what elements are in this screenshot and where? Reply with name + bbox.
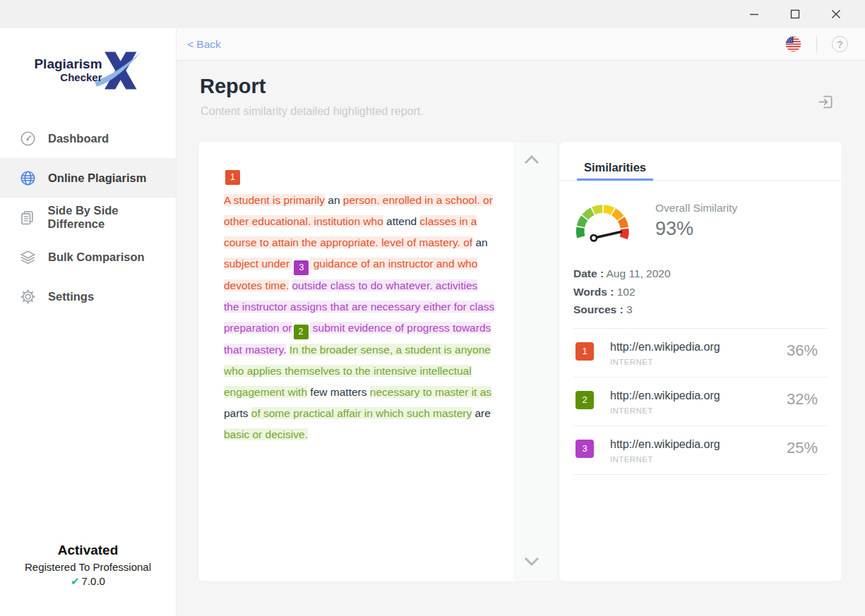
date-value: Aug 11, 2020 (607, 267, 671, 279)
report-meta: Date : Aug 11, 2020 Words : 102 Sources … (573, 265, 828, 319)
match-badge-2[interactable]: 2 (294, 325, 309, 339)
sidebar-item-label: Dashboard (48, 132, 109, 145)
scroll-down-button[interactable] (520, 553, 543, 572)
source-type: INTERNET (610, 406, 787, 415)
window-titlebar (0, 0, 865, 28)
source-percent: 25% (787, 439, 818, 457)
topbar: < Back ? (177, 28, 865, 61)
document-scrollbar[interactable] (513, 142, 557, 581)
maximize-icon (790, 9, 800, 19)
sidebar-item-label: Bulk Comparison (48, 250, 145, 264)
sidebar: Plagiarism Checker Dashboard Online Plag… (0, 28, 177, 616)
us-flag-icon (785, 36, 801, 52)
match-badge-3[interactable]: 3 (294, 260, 309, 275)
sources-value: 3 (626, 303, 633, 315)
close-icon (831, 9, 841, 19)
page-subtitle: Content similarity detailed highlighted … (201, 105, 424, 118)
source-percent: 32% (787, 390, 818, 409)
source-percent: 36% (787, 342, 818, 360)
doc-segment: are (472, 407, 491, 419)
topbar-divider (816, 37, 817, 52)
gear-icon (19, 288, 36, 305)
sidebar-item-label: Settings (48, 290, 94, 303)
source-url: http://en.wikipedia.org (610, 341, 787, 354)
check-icon: ✔ (71, 575, 80, 587)
chevron-up-icon (524, 155, 539, 164)
doc-segment: an (472, 236, 488, 248)
sidebar-item-online-plagiarism[interactable]: Online Plagiarism (0, 158, 176, 198)
documents-icon (19, 209, 36, 226)
date-label: Date : (573, 267, 604, 279)
source-badge: 1 (575, 342, 594, 361)
maximize-button[interactable] (775, 0, 816, 28)
source-row[interactable]: 1 http://en.wikipedia.org INTERNET 36% (573, 329, 828, 378)
sidebar-item-settings[interactable]: Settings (0, 277, 176, 316)
activation-status: Activated (0, 543, 176, 558)
sources-label: Sources : (573, 303, 624, 315)
page-title: Report (200, 75, 266, 98)
export-report-button[interactable] (816, 93, 835, 111)
export-icon (817, 93, 835, 111)
sidebar-item-label: Side By Side Difference (48, 204, 176, 231)
app-logo: Plagiarism Checker (0, 49, 176, 92)
logo-text-line2: Checker (34, 72, 102, 84)
logo-text-line1: Plagiarism (34, 57, 102, 72)
help-button[interactable]: ? (832, 36, 848, 52)
doc-segment: of some practical affair in which such m… (251, 407, 472, 419)
sidebar-item-side-by-side[interactable]: Side By Side Difference (0, 198, 176, 237)
source-type: INTERNET (610, 455, 787, 464)
globe-icon (19, 169, 36, 186)
minimize-button[interactable] (734, 0, 775, 28)
doc-segment: A student is primarily (224, 194, 325, 206)
minimize-icon (749, 9, 759, 19)
similarity-gauge-icon (573, 196, 636, 245)
chevron-down-icon (524, 557, 539, 566)
doc-segment: an (325, 194, 343, 206)
document-panel: 1A student is primarily an person. enrol… (198, 141, 558, 582)
badge-row: 1 (224, 163, 495, 185)
doc-segment: few matters (307, 386, 370, 398)
layers-icon (19, 248, 36, 265)
similarities-tabbar: Similarities (559, 142, 842, 181)
similarities-panel: Similarities Overall Similarity (559, 141, 842, 582)
activation-registered: Registered To Professional (0, 561, 176, 573)
doc-segment: basic or decisive. (224, 428, 308, 440)
source-row[interactable]: 3 http://en.wikipedia.org INTERNET 25% (573, 426, 828, 475)
dashboard-gauge-icon (19, 130, 36, 147)
doc-segment: subject under (224, 258, 292, 270)
tab-similarities[interactable]: Similarities (577, 142, 653, 181)
language-flag-button[interactable] (785, 36, 801, 53)
match-badge-1[interactable]: 1 (225, 170, 240, 185)
scroll-up-button[interactable] (520, 152, 543, 170)
source-url: http://en.wikipedia.org (610, 438, 787, 451)
words-value: 102 (617, 286, 636, 298)
sidebar-item-label: Online Plagiarism (48, 171, 146, 185)
overall-similarity-label: Overall Similarity (655, 202, 737, 215)
question-mark-icon: ? (837, 39, 843, 50)
source-badge: 3 (575, 440, 594, 458)
source-url: http://en.wikipedia.org (610, 389, 787, 402)
sidebar-item-bulk-comparison[interactable]: Bulk Comparison (0, 237, 176, 277)
words-label: Words : (573, 286, 614, 298)
document-text: 1A student is primarily an person. enrol… (224, 163, 495, 445)
doc-segment: attend (383, 215, 420, 227)
doc-segment: parts (224, 407, 251, 419)
activation-info: Activated Registered To Professional ✔7.… (0, 543, 176, 588)
sidebar-nav: Dashboard Online Plagiarism Side By Side… (0, 119, 176, 316)
source-row[interactable]: 2 http://en.wikipedia.org INTERNET 32% (573, 378, 828, 426)
source-type: INTERNET (610, 358, 787, 366)
doc-segment: necessary to master it as (370, 386, 491, 398)
overall-similarity-value: 93% (655, 218, 737, 240)
source-badge: 2 (575, 391, 594, 409)
doc-segment (289, 279, 292, 291)
back-button[interactable]: < Back (187, 38, 221, 51)
sidebar-item-dashboard[interactable]: Dashboard (0, 119, 176, 158)
close-button[interactable] (816, 0, 857, 28)
app-version: 7.0.0 (82, 575, 105, 587)
main-content: Report Content similarity detailed highl… (177, 61, 865, 616)
